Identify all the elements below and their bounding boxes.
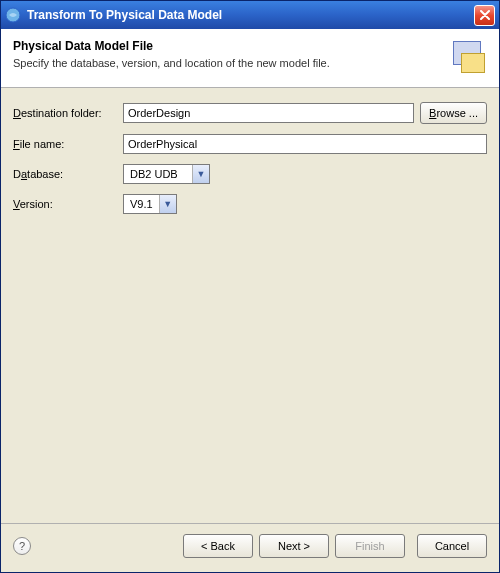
footer: ? < Back Next > Finish Cancel xyxy=(1,523,499,572)
next-button[interactable]: Next > xyxy=(259,534,329,558)
close-button[interactable] xyxy=(474,5,495,26)
header-panel: Physical Data Model File Specify the dat… xyxy=(1,29,499,88)
chevron-down-icon: ▼ xyxy=(159,195,176,213)
version-label: Version: xyxy=(13,198,123,210)
wizard-banner-icon xyxy=(445,39,487,77)
database-select[interactable]: DB2 UDB ▼ xyxy=(123,164,210,184)
chevron-down-icon: ▼ xyxy=(192,165,209,183)
destination-label: DDestination folder:estination folder: xyxy=(13,107,123,119)
cancel-button[interactable]: Cancel xyxy=(417,534,487,558)
browse-button[interactable]: Browse ... xyxy=(420,102,487,124)
titlebar: Transform To Physical Data Model xyxy=(1,1,499,29)
row-database: Database: DB2 UDB ▼ xyxy=(13,164,487,184)
back-button[interactable]: < Back xyxy=(183,534,253,558)
destination-input[interactable] xyxy=(123,103,414,123)
header-text: Physical Data Model File Specify the dat… xyxy=(13,39,330,69)
app-icon xyxy=(5,7,21,23)
page-subtitle: Specify the database, version, and locat… xyxy=(13,57,330,69)
database-label: Database: xyxy=(13,168,123,180)
row-version: Version: V9.1 ▼ xyxy=(13,194,487,214)
row-filename: File name: xyxy=(13,134,487,154)
row-destination: DDestination folder:estination folder: B… xyxy=(13,102,487,124)
version-selected: V9.1 xyxy=(124,198,159,210)
content-area: DDestination folder:estination folder: B… xyxy=(1,88,499,523)
database-selected: DB2 UDB xyxy=(124,168,192,180)
filename-label: File name: xyxy=(13,138,123,150)
version-select[interactable]: V9.1 ▼ xyxy=(123,194,177,214)
dialog-window: Transform To Physical Data Model Physica… xyxy=(0,0,500,573)
finish-button: Finish xyxy=(335,534,405,558)
window-title: Transform To Physical Data Model xyxy=(27,8,474,22)
page-title: Physical Data Model File xyxy=(13,39,330,53)
filename-input[interactable] xyxy=(123,134,487,154)
help-button[interactable]: ? xyxy=(13,537,31,555)
